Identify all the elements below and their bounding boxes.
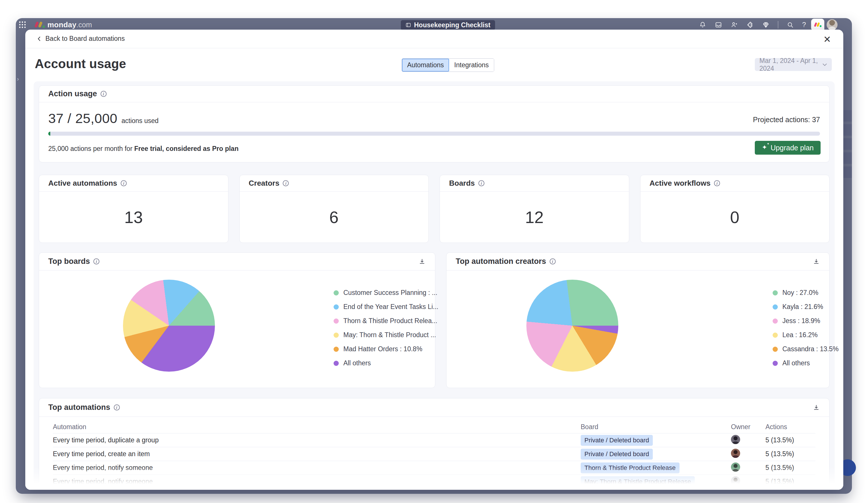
plan-note: 25,000 actions per month for Free trial,… (48, 145, 238, 153)
monday-logo[interactable]: monday .com (34, 20, 92, 29)
legend-dot (333, 347, 339, 352)
logo-text-light: .com (76, 21, 92, 29)
table-row[interactable]: Every time period, create an itemPrivate… (53, 447, 815, 461)
back-to-board-automations-link[interactable]: Back to Board automations (37, 35, 125, 42)
download-icon[interactable] (813, 404, 820, 411)
owner-avatar[interactable] (731, 435, 740, 444)
board-icon (405, 22, 411, 28)
legend-label: End of the Year Event Tasks Li... (343, 303, 438, 311)
legend-label: Mad Hatter Orders : 10.8% (343, 345, 422, 353)
product-switcher-tile[interactable] (811, 19, 824, 31)
top-creators-pie-chart[interactable] (526, 280, 618, 372)
action-usage-card: Action usage i 37 / 25,000 actions used … (39, 85, 829, 162)
monday-mark-icon (814, 22, 822, 28)
info-icon[interactable]: i (101, 91, 106, 97)
sidebar-expand-icon[interactable]: › (17, 75, 19, 82)
legend-item[interactable]: All others (773, 360, 839, 367)
upgrade-plan-button[interactable]: ✦ Upgrade plan (755, 141, 820, 155)
info-icon[interactable]: i (283, 180, 289, 186)
date-range-picker[interactable]: Mar 1, 2024 - Apr 1, 2024 (755, 58, 832, 71)
owner-avatar[interactable] (731, 462, 740, 472)
marketplace-puzzle-icon[interactable] (746, 21, 754, 29)
stat-label: Active automationsi (39, 175, 228, 192)
user-avatar[interactable] (827, 19, 838, 30)
legend-label: May: Thorn & Thistle Product ... (343, 331, 436, 339)
modal-header-row: Back to Board automations ✕ (25, 30, 843, 48)
usage-progress-fill (48, 132, 50, 136)
board-pill[interactable]: Private / Deleted board (581, 435, 653, 446)
app-switcher-icon[interactable] (19, 21, 26, 29)
tab-integrations[interactable]: Integrations (449, 59, 494, 72)
legend-dot (333, 290, 339, 296)
charts-row: Top boards i Customer Success Planning :… (39, 253, 829, 388)
legend-dot (773, 361, 778, 366)
inbox-icon[interactable] (715, 21, 722, 29)
legend-label: Noy : 27.0% (782, 289, 818, 297)
legend-dot (773, 347, 778, 352)
legend-item[interactable]: Jess : 18.9% (773, 318, 839, 324)
actions-count: 5 (13.5%) (765, 464, 815, 472)
notifications-bell-icon[interactable] (699, 21, 706, 29)
table-row[interactable]: Every time period, notify someoneMay: Th… (53, 475, 815, 489)
legend-item[interactable]: Mad Hatter Orders : 10.8% (333, 346, 438, 352)
table-row[interactable]: Every time period, duplicate a groupPriv… (53, 433, 815, 447)
legend-label: Customer Success Planning : ... (343, 289, 437, 297)
table-row[interactable]: Every time period, notify someoneThorn &… (53, 461, 815, 475)
gem-icon[interactable] (762, 21, 770, 29)
legend-label: All others (782, 359, 810, 367)
projected-actions: Projected actions: 37 (753, 115, 820, 124)
info-icon[interactable]: i (478, 180, 484, 186)
automation-name: Every time period, create an item (53, 450, 581, 458)
board-pill[interactable]: Thorn & Thistle Product Release (581, 462, 680, 473)
board-pill[interactable]: May: Thorn & Thistle Product Release (581, 476, 695, 487)
top-boards-header: Top boards i (39, 253, 435, 270)
search-icon[interactable] (786, 21, 794, 29)
close-icon[interactable]: ✕ (821, 33, 834, 46)
board-pill[interactable]: Private / Deleted board (581, 449, 653, 460)
owner-avatar[interactable] (731, 449, 740, 458)
legend-item[interactable]: May: Thorn & Thistle Product ... (333, 332, 438, 338)
info-icon[interactable]: i (93, 258, 100, 265)
legend-item[interactable]: Customer Success Planning : ... (333, 289, 438, 296)
legend-item[interactable]: Cassandra : 13.5% (773, 346, 839, 352)
actions-count: 5 (13.5%) (765, 436, 815, 444)
download-icon[interactable] (418, 258, 426, 265)
sparkle-icon: ✦ (762, 144, 767, 151)
legend-dot (333, 332, 339, 338)
legend-dot (773, 305, 778, 310)
legend-dot (333, 318, 339, 324)
info-icon[interactable]: i (114, 404, 120, 410)
legend-item[interactable]: All others (333, 360, 438, 367)
info-icon[interactable]: i (550, 258, 556, 265)
stat-label: Creatorsi (240, 175, 429, 192)
invite-members-icon[interactable] (730, 21, 738, 29)
legend-item[interactable]: Thorn & Thistle Product Relea... (333, 318, 438, 324)
download-icon[interactable] (813, 258, 820, 265)
owner-avatar[interactable] (731, 476, 740, 485)
table-header-row: AutomationBoardOwnerActions (53, 421, 815, 433)
legend-label: All others (343, 359, 371, 367)
stat-label: Active workflowsi (640, 175, 829, 192)
help-icon[interactable]: ? (802, 21, 806, 29)
automation-name: Every time period, notify someone (53, 464, 581, 472)
legend-item[interactable]: Noy : 27.0% (773, 289, 839, 296)
monday-logo-icon (34, 21, 46, 29)
legend-item[interactable]: End of the Year Event Tasks Li... (333, 304, 438, 310)
automations-table: AutomationBoardOwnerActionsEvery time pe… (53, 421, 815, 489)
account-usage-modal: Back to Board automations ✕ Account usag… (25, 30, 843, 490)
legend-dot (333, 305, 339, 310)
automation-name: Every time period, notify someone (53, 478, 581, 485)
stat-value: 12 (440, 192, 629, 243)
screen: monday .com Housekeeping Checklist (0, 0, 868, 503)
top-boards-pie-chart[interactable] (123, 280, 215, 372)
automation-name: Every time period, duplicate a group (53, 436, 581, 444)
top-boards-card: Top boards i Customer Success Planning :… (39, 253, 435, 388)
legend-item[interactable]: Kayla : 21.6% (773, 304, 839, 310)
tab-automations[interactable]: Automations (402, 59, 449, 72)
column-header-actions: Actions (765, 423, 815, 431)
legend-dot (773, 332, 778, 338)
info-icon[interactable]: i (714, 180, 720, 186)
info-icon[interactable]: i (121, 180, 127, 186)
legend-item[interactable]: Lea : 16.2% (773, 332, 839, 338)
window-title-pill[interactable]: Housekeeping Checklist (401, 20, 495, 30)
